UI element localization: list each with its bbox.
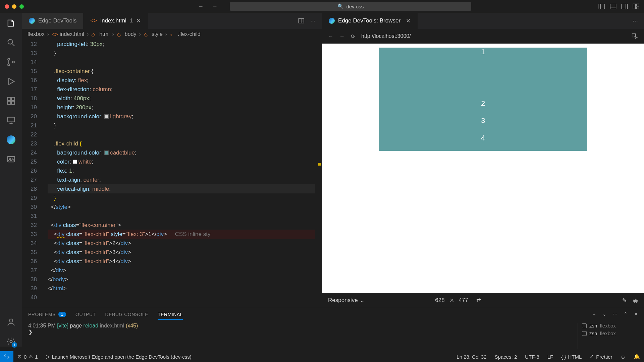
svg-point-13 (12, 61, 14, 63)
status-prettier[interactable]: ✓Prettier (586, 354, 616, 360)
code-editor[interactable]: 1213141516171819202122232425262728293031… (22, 40, 322, 308)
svg-rect-17 (11, 101, 14, 104)
svg-point-25 (10, 341, 12, 343)
panel-left-icon[interactable] (598, 3, 605, 10)
search-icon[interactable] (6, 38, 16, 48)
terminal-entry[interactable]: zsh flexbox (582, 330, 638, 336)
status-eol[interactable]: LF (543, 354, 557, 360)
terminal-prompt: ❯ (28, 329, 33, 335)
tab-terminal[interactable]: TERMINAL (158, 312, 183, 320)
code-icon: { } (561, 354, 566, 360)
viewport-height[interactable]: 477 (459, 297, 468, 304)
crumb[interactable]: index.html (60, 31, 84, 37)
tab-output[interactable]: OUTPUT (75, 312, 96, 317)
inspect-icon[interactable] (631, 33, 638, 40)
tab-label: Edge DevTools: Browser (338, 17, 400, 24)
source-control-icon[interactable] (6, 57, 16, 67)
viewport-width[interactable]: 628 (435, 297, 444, 304)
browser-viewport[interactable]: 1 2 3 4 (322, 44, 644, 293)
status-feedback-icon[interactable]: ☺ (616, 354, 630, 360)
status-bell-icon[interactable]: 🔔 (630, 354, 644, 360)
terminal-list: zsh flexbox zsh flexbox (578, 323, 638, 349)
close-window[interactable] (5, 4, 9, 9)
crumb[interactable]: body (125, 31, 137, 37)
more-icon[interactable]: ⋯ (310, 18, 316, 24)
crumb[interactable]: flexbox (28, 31, 45, 37)
search-text: dev-css (346, 4, 364, 9)
eyedropper-icon[interactable]: ✎ (622, 297, 627, 304)
edge-devtools-icon[interactable] (6, 135, 16, 145)
settings-badge: 1 (12, 342, 17, 348)
tab-edge-browser[interactable]: Edge DevTools: Browser ✕ (322, 13, 418, 29)
svg-rect-8 (636, 7, 639, 9)
maximize-panel-icon[interactable]: ⌃ (624, 311, 628, 317)
panel-bottom-icon[interactable] (610, 3, 616, 10)
tab-index-html[interactable]: <> index.html 1 ✕ (84, 13, 148, 29)
status-cursor[interactable]: Ln 28, Col 32 (452, 354, 490, 360)
swap-dimensions-icon[interactable]: ⇄ (476, 297, 481, 304)
svg-rect-15 (8, 98, 11, 101)
breadcrumbs[interactable]: flexbox› <>index.html› ◇html› ◇body› ◇st… (22, 29, 322, 40)
status-lang[interactable]: { } HTML (557, 354, 586, 360)
error-icon: ⊘ (17, 354, 22, 360)
browser-toolbar: ← → ⟳ http://localhost:3000/ (322, 29, 644, 44)
debug-icon: ▷ (46, 354, 50, 360)
status-spaces[interactable]: Spaces: 2 (491, 354, 521, 360)
close-icon[interactable]: ✕ (136, 17, 141, 24)
reload-icon[interactable]: ⟳ (351, 33, 355, 40)
maximize-window[interactable] (19, 4, 24, 9)
account-icon[interactable] (6, 317, 16, 327)
record-icon[interactable]: ◉ (633, 297, 638, 304)
command-center[interactable]: 🔍 dev-css (230, 2, 471, 11)
nav-forward-icon[interactable]: → (212, 3, 218, 9)
browser-back-icon[interactable]: ← (328, 33, 333, 39)
tab-problems[interactable]: PROBLEMS 1 (28, 312, 66, 317)
tab-label: Edge DevTools (38, 17, 76, 24)
panel-right-icon[interactable] (621, 3, 628, 10)
minimap-warning-marker (318, 163, 321, 166)
split-editor-icon[interactable] (298, 18, 304, 24)
close-icon[interactable]: ✕ (406, 17, 411, 24)
terminal-entry[interactable]: zsh flexbox (582, 323, 638, 328)
crumb[interactable]: .flex-child (178, 31, 201, 37)
close-panel-icon[interactable]: ✕ (634, 311, 638, 317)
warning-icon: ⚠ (29, 354, 33, 360)
more-icon[interactable]: ⋯ (613, 311, 618, 317)
tab-debug-console[interactable]: DEBUG CONSOLE (105, 312, 149, 317)
svg-rect-6 (633, 4, 636, 9)
settings-icon[interactable]: 1 (6, 337, 16, 347)
layout-icon[interactable] (633, 3, 639, 10)
extensions-icon[interactable] (6, 96, 16, 106)
crumb[interactable]: style (152, 31, 163, 37)
tab-edge-devtools[interactable]: Edge DevTools (22, 13, 84, 29)
activity-bar: 1 (0, 13, 22, 347)
svg-rect-2 (610, 4, 616, 9)
media-icon[interactable] (6, 154, 16, 164)
device-mode-select[interactable]: Responsive ⌄ (328, 297, 365, 304)
tab-modified-count: 1 (130, 17, 133, 24)
minimize-window[interactable] (12, 4, 16, 9)
status-launch[interactable]: ▷Launch Microsoft Edge and open the Edge… (42, 354, 196, 360)
status-encoding[interactable]: UTF-8 (521, 354, 543, 360)
nav-back-icon[interactable]: ← (198, 3, 204, 9)
close-icon: ✕ (449, 297, 454, 304)
terminal[interactable]: 4:01:35 PM [vite] page reload index.html… (22, 321, 644, 351)
minimap[interactable] (315, 40, 322, 308)
crumb[interactable]: html (99, 31, 109, 37)
remote-explorer-icon[interactable] (6, 115, 16, 125)
chevron-down-icon[interactable]: ⌄ (602, 311, 607, 317)
new-terminal-icon[interactable]: ＋ (592, 311, 597, 317)
remote-indicator[interactable] (0, 351, 13, 362)
edge-icon (29, 18, 35, 24)
symbol-icon: ◇ (117, 32, 122, 37)
browser-forward-icon[interactable]: → (339, 33, 345, 39)
explorer-icon[interactable] (6, 18, 16, 28)
preview-child: 3 (379, 116, 587, 133)
editor-pane: flexbox› <>index.html› ◇html› ◇body› ◇st… (22, 29, 322, 308)
status-errors[interactable]: ⊘0 ⚠1 (13, 354, 42, 360)
url-bar[interactable]: http://localhost:3000/ (361, 33, 411, 39)
more-icon[interactable]: ⋯ (633, 18, 638, 24)
svg-rect-18 (11, 98, 14, 101)
titlebar: ← → 🔍 dev-css (0, 0, 644, 13)
debug-icon[interactable] (6, 76, 16, 86)
